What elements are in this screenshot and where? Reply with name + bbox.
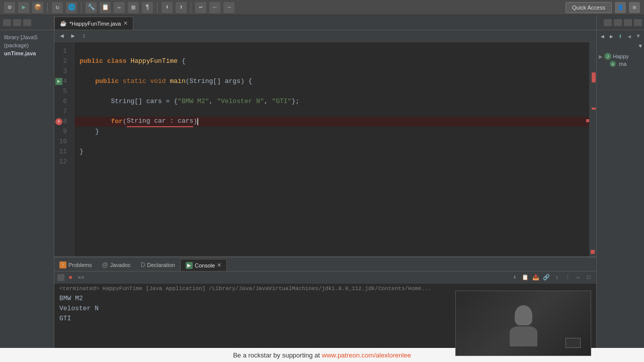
main-container: library [JavaS (package) unTime.java ☕ *… (0, 15, 644, 362)
console-terminate-icon[interactable]: ■ (66, 273, 75, 282)
tree-icon-main: s (610, 61, 616, 67)
collapse-icon[interactable]: ▼ (638, 43, 642, 49)
banner-text: Be a rockstar by supporting at (233, 351, 320, 359)
tree-arrow-happy: ▶ (599, 54, 603, 59)
right-btn-3[interactable] (624, 19, 632, 26)
code-line-4: public static void main(String[] args) { (74, 76, 589, 86)
toolbar-down-icon[interactable]: ⬇ (162, 2, 173, 13)
user-avatar[interactable]: 👤 (615, 2, 626, 13)
tab-close-icon[interactable]: ✕ (123, 20, 128, 27)
line-5: 5 (54, 86, 70, 97)
code-line-12 (74, 157, 589, 167)
toolbar-block-icon[interactable]: ▤ (128, 2, 139, 13)
tree-item-happy[interactable]: ▶ J Happy (599, 52, 642, 60)
tab-console[interactable]: ▶ Console ✕ (180, 259, 227, 271)
right-btn-4[interactable] (634, 19, 642, 26)
line-10: 10 (54, 137, 70, 147)
right-btn-1[interactable] (604, 19, 612, 26)
code-line-2: public class HappyFunTime { (74, 56, 589, 66)
bt-btn-2[interactable]: 📋 (521, 273, 530, 282)
sidebar-item-library[interactable]: library [JavaS (2, 33, 52, 41)
et-expand-icon[interactable]: ↕ (79, 32, 89, 41)
right-collapse: ▼ (597, 42, 644, 50)
et-fwd-icon[interactable]: ▶ (68, 32, 77, 41)
javadoc-icon: @ (102, 261, 108, 268)
toolbar-pkg-icon[interactable]: 📦 (32, 2, 43, 13)
tab-problems[interactable]: ! Problems (54, 259, 97, 271)
toolbar-undo-icon[interactable]: ↩ (195, 2, 206, 13)
line-11: 11 (54, 147, 70, 157)
editor-toolbar: ◀ ▶ ↕ (54, 30, 596, 42)
tab-happyfuntime[interactable]: ☕ *HappyFunTime.java ✕ (54, 17, 133, 30)
toolbar-clip-icon[interactable]: 📋 (100, 2, 111, 13)
console-icon: ▶ (186, 262, 193, 269)
package-tree: ▶ J Happy s ma (599, 52, 642, 67)
tab-declaration[interactable]: D Declaration (136, 259, 180, 271)
toolbar-settings-icon[interactable]: ⚙ (4, 2, 15, 13)
rt-btn-5[interactable]: ▼ (634, 32, 642, 41)
toolbar-refresh-icon[interactable]: ↻ (52, 2, 63, 13)
line-2: 2 (54, 56, 70, 66)
tab-console-label: Console (195, 262, 215, 268)
code-line-10 (74, 137, 589, 147)
scroll-indicator[interactable] (589, 42, 596, 256)
sidebar-top-toolbar (0, 15, 54, 30)
toolbar-globe-icon[interactable]: 🌐 (66, 2, 77, 13)
console-clear-icon[interactable] (57, 274, 64, 281)
sidebar-btn-2[interactable] (13, 19, 21, 26)
code-line-6: String[] cars = {"BMW M2", "Veloster N",… (74, 97, 589, 107)
et-back-icon[interactable]: ◀ (57, 32, 66, 41)
scroll-thumb (592, 72, 596, 82)
toolbar-edit-icon[interactable]: ✏ (114, 2, 125, 13)
right-toolbar: ◀ ▶ ⬆ ◀ ▼ (597, 30, 644, 42)
bt-btn-1[interactable]: ⬇ (510, 273, 519, 282)
bt-minimize[interactable]: — (574, 273, 583, 282)
sidebar-btn-1[interactable] (3, 19, 11, 26)
sidebar-item-package[interactable]: (package) (2, 41, 52, 49)
quick-access-button[interactable]: Quick Access (566, 2, 612, 13)
tab-javadoc-label: Javadoc (110, 262, 131, 268)
code-line-9: } (74, 127, 589, 137)
toolbar-fwd-icon[interactable]: → (223, 2, 234, 13)
tab-javadoc[interactable]: @ Javadoc (97, 259, 135, 271)
right-btn-2[interactable] (614, 19, 622, 26)
toolbar-back-icon[interactable]: ← (209, 2, 220, 13)
error-marker (592, 108, 596, 110)
tab-label: *HappyFunTime.java (69, 21, 121, 27)
bt-btn-4[interactable]: 🔗 (542, 273, 551, 282)
bt-maximize[interactable]: □ (584, 273, 593, 282)
sidebar-btn-3[interactable] (23, 19, 31, 26)
toolbar-sep4 (191, 3, 191, 13)
tree-label-main: ma (619, 61, 626, 67)
right-panel-top (597, 15, 644, 30)
line-7: 7 (54, 107, 70, 117)
perspective-icon[interactable]: ⊞ (629, 2, 640, 13)
toolbar-wrench-icon[interactable]: 🔧 (86, 2, 97, 13)
rt-btn-4[interactable]: ◀ (625, 32, 633, 41)
console-stop-icon[interactable]: ✕✕ (76, 273, 86, 282)
bt-btn-6[interactable]: ⋮ (563, 273, 572, 282)
rt-btn-2[interactable]: ▶ (608, 32, 615, 41)
content-area: ☕ *HappyFunTime.java ✕ ◀ ▶ ↕ 1 2 3 (54, 15, 596, 362)
toolbar-up-icon[interactable]: ⬆ (176, 2, 187, 13)
bt-btn-5[interactable]: ↕ (552, 273, 561, 282)
code-line-5 (74, 86, 589, 97)
code-editor[interactable]: public class HappyFunTime { public stati… (74, 42, 589, 256)
rt-btn-3[interactable]: ⬆ (617, 32, 624, 41)
sidebar-item-file[interactable]: unTime.java (2, 49, 52, 57)
line-numbers: 1 2 3 4 5 6 7 ✕ 8 9 10 11 1 (54, 42, 74, 256)
code-line-1 (74, 46, 589, 56)
console-close-icon[interactable]: ✕ (217, 262, 221, 268)
banner-link[interactable]: www.patreon.com/alexlorenlee (322, 351, 411, 359)
line-8: ✕ 8 (54, 117, 70, 127)
rt-btn-1[interactable]: ◀ (599, 32, 606, 41)
toolbar-sep2 (81, 3, 82, 13)
problems-icon: ! (59, 261, 66, 268)
toolbar-para-icon[interactable]: ¶ (142, 2, 153, 13)
bt-btn-3[interactable]: 📤 (531, 273, 540, 282)
right-package-tree: ▶ J Happy s ma (597, 50, 644, 69)
tree-item-main[interactable]: s ma (599, 60, 642, 67)
sidebar: library [JavaS (package) unTime.java (0, 15, 54, 362)
toolbar-run-icon[interactable]: ▶ (18, 2, 29, 13)
editor-body: 1 2 3 4 5 6 7 ✕ 8 9 10 11 1 (54, 42, 596, 256)
